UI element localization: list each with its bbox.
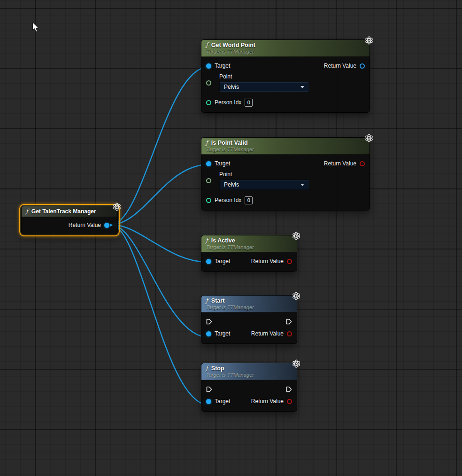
node-header[interactable]: ƒ Stop Target is TTManager [201, 363, 297, 380]
node-title: Is Active [211, 237, 235, 244]
point-input-pin[interactable] [206, 178, 211, 183]
node-title: Is Point Valid [211, 140, 248, 146]
person-idx-field[interactable]: 0 [245, 196, 253, 204]
node-subtitle: Target is TTManager [206, 372, 292, 378]
target-input-pin[interactable] [206, 63, 211, 69]
point-enum-dropdown[interactable]: Pelvis [219, 82, 309, 92]
blueprint-graph-canvas[interactable]: { "app": { "name": "Blueprint Graph Edit… [0, 0, 462, 476]
function-icon: ƒ [26, 208, 28, 215]
return-value-output-pin[interactable] [287, 259, 292, 264]
pin-label: Target [215, 398, 230, 405]
exec-input-pin[interactable] [206, 386, 212, 392]
pin-label: Return Value [69, 222, 101, 228]
node-start[interactable]: ƒ Start Target is TTManager Target Retur… [201, 295, 297, 344]
person-idx-field[interactable]: 0 [245, 99, 253, 107]
dropdown-selected-value: Pelvis [224, 84, 239, 90]
node-stop[interactable]: ƒ Stop Target is TTManager Target Return… [201, 363, 297, 412]
exec-output-pin[interactable] [286, 386, 292, 392]
function-badge-icon [364, 36, 374, 45]
return-value-output-pin[interactable] [287, 399, 292, 404]
node-get-world-point[interactable]: ƒ Get World Point Target is TTManager Ta… [201, 39, 370, 113]
function-icon: ƒ [206, 139, 208, 146]
person-idx-input-pin[interactable] [206, 100, 211, 105]
function-badge-icon [292, 291, 301, 301]
point-enum-dropdown[interactable]: Pelvis [219, 179, 309, 190]
pin-label: Person Idx [215, 99, 241, 106]
pin-label: Target [215, 258, 230, 265]
chevron-down-icon [300, 86, 304, 88]
return-value-output-pin[interactable] [104, 223, 109, 228]
pin-label: Return Value [251, 330, 284, 337]
point-input-pin[interactable] [206, 80, 211, 86]
pin-label: Return Value [251, 258, 284, 265]
function-icon: ƒ [206, 365, 208, 372]
node-title: Start [211, 297, 224, 304]
mouse-cursor [32, 22, 40, 33]
pin-label: Point [219, 171, 309, 178]
target-input-pin[interactable] [206, 161, 211, 166]
node-title: Get TalenTrack Manager [31, 208, 96, 215]
node-get-talentrack-manager[interactable]: ƒ Get TalenTrack Manager Return Value [21, 206, 118, 234]
node-header[interactable]: ƒ Is Point Valid Target is TTManager [201, 138, 370, 155]
function-icon: ƒ [206, 41, 208, 48]
pin-label: Target [215, 330, 230, 337]
function-badge-icon [364, 133, 374, 143]
return-value-output-pin[interactable] [360, 63, 365, 69]
node-header[interactable]: ƒ Is Active Target is TTManager [201, 235, 297, 252]
node-subtitle: Target is TTManager [206, 147, 365, 152]
dropdown-selected-value: Pelvis [224, 181, 239, 188]
target-input-pin[interactable] [206, 259, 211, 264]
wire-to-is-active [111, 225, 209, 262]
node-subtitle: Target is TTManager [206, 304, 292, 310]
node-is-active[interactable]: ƒ Is Active Target is TTManager Target R… [201, 235, 297, 272]
node-title: Get World Point [211, 42, 255, 48]
node-header[interactable]: ƒ Start Target is TTManager [201, 296, 297, 312]
wire-to-is-point-valid [111, 164, 209, 225]
target-input-pin[interactable] [206, 399, 211, 404]
pin-label: Return Value [324, 160, 356, 167]
function-badge-icon [112, 202, 122, 211]
node-header[interactable]: ƒ Get TalenTrack Manager [22, 206, 117, 217]
function-icon: ƒ [206, 297, 208, 304]
exec-input-pin[interactable] [206, 319, 212, 325]
pin-label: Person Idx [215, 197, 241, 203]
node-is-point-valid[interactable]: ƒ Is Point Valid Target is TTManager Tar… [201, 137, 370, 211]
return-value-output-pin[interactable] [287, 331, 292, 336]
function-icon: ƒ [206, 237, 208, 244]
pin-label: Point [219, 73, 309, 80]
pin-arrow-icon [110, 224, 113, 226]
pin-label: Target [215, 160, 230, 167]
person-idx-input-pin[interactable] [206, 198, 211, 203]
wire-to-start [111, 225, 209, 337]
target-input-pin[interactable] [206, 331, 211, 336]
node-subtitle: Target is TTManager [206, 244, 292, 250]
wire-to-get-world-point [111, 67, 209, 225]
node-subtitle: Target is TTManager [206, 49, 365, 55]
function-badge-icon [292, 231, 301, 241]
function-badge-icon [292, 359, 301, 368]
return-value-output-pin[interactable] [360, 161, 365, 166]
wire-to-stop [111, 225, 209, 405]
pin-label: Return Value [324, 62, 356, 69]
chevron-down-icon [300, 184, 304, 186]
exec-output-pin[interactable] [286, 319, 292, 325]
node-title: Stop [211, 365, 224, 372]
node-header[interactable]: ƒ Get World Point Target is TTManager [201, 40, 370, 57]
pin-label: Return Value [251, 398, 284, 405]
pin-label: Target [215, 62, 230, 69]
